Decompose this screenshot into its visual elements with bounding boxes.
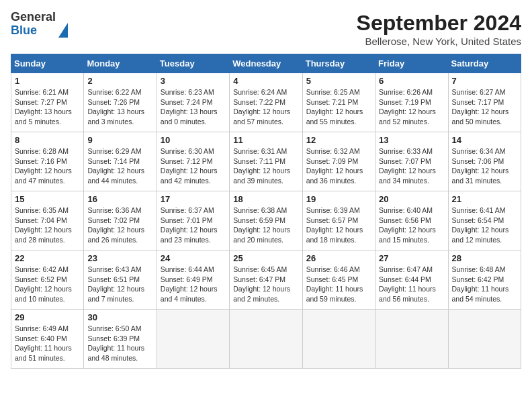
day-info: Sunrise: 6:47 AMSunset: 6:44 PMDaylight:… (379, 265, 444, 304)
calendar-day-cell (157, 310, 229, 369)
calendar-day-cell (230, 310, 302, 369)
logo: General Blue (11, 11, 68, 38)
title-area: September 2024 Bellerose, New York, Unit… (357, 11, 521, 47)
calendar-header-row: SundayMondayTuesdayWednesdayThursdayFrid… (11, 54, 521, 73)
calendar-day-cell: 23Sunrise: 6:43 AMSunset: 6:51 PMDayligh… (84, 250, 157, 310)
day-info: Sunrise: 6:49 AMSunset: 6:40 PMDaylight:… (15, 324, 80, 363)
calendar-day-cell: 6Sunrise: 6:26 AMSunset: 7:19 PMDaylight… (375, 73, 448, 132)
calendar-day-cell: 5Sunrise: 6:25 AMSunset: 7:21 PMDaylight… (302, 73, 375, 132)
day-info: Sunrise: 6:45 AMSunset: 6:47 PMDaylight:… (233, 265, 298, 304)
logo-text: General Blue (11, 11, 56, 38)
day-info: Sunrise: 6:29 AMSunset: 7:14 PMDaylight:… (87, 146, 152, 186)
day-info: Sunrise: 6:44 AMSunset: 6:49 PMDaylight:… (161, 265, 226, 304)
day-number: 20 (379, 194, 444, 204)
logo-triangle-icon (58, 23, 68, 38)
column-header-sunday: Sunday (11, 54, 84, 73)
day-number: 22 (15, 253, 80, 263)
day-number: 7 (452, 76, 517, 86)
day-info: Sunrise: 6:32 AMSunset: 7:09 PMDaylight:… (306, 146, 371, 186)
day-number: 4 (233, 76, 298, 86)
calendar-day-cell: 2Sunrise: 6:22 AMSunset: 7:26 PMDaylight… (84, 73, 157, 132)
day-info: Sunrise: 6:35 AMSunset: 7:04 PMDaylight:… (15, 205, 80, 245)
calendar-day-cell: 13Sunrise: 6:33 AMSunset: 7:07 PMDayligh… (375, 132, 448, 191)
day-info: Sunrise: 6:21 AMSunset: 7:27 PMDaylight:… (15, 87, 80, 127)
day-info: Sunrise: 6:34 AMSunset: 7:06 PMDaylight:… (452, 146, 517, 186)
day-number: 10 (161, 135, 226, 145)
column-header-wednesday: Wednesday (230, 54, 302, 73)
day-info: Sunrise: 6:27 AMSunset: 7:17 PMDaylight:… (452, 87, 517, 127)
page-title: September 2024 (357, 11, 521, 36)
calendar-day-cell: 29Sunrise: 6:49 AMSunset: 6:40 PMDayligh… (11, 310, 84, 369)
day-number: 19 (306, 194, 371, 204)
calendar-week-row: 29Sunrise: 6:49 AMSunset: 6:40 PMDayligh… (11, 310, 521, 369)
day-info: Sunrise: 6:22 AMSunset: 7:26 PMDaylight:… (87, 87, 152, 127)
calendar-week-row: 1Sunrise: 6:21 AMSunset: 7:27 PMDaylight… (11, 73, 521, 132)
day-info: Sunrise: 6:39 AMSunset: 6:57 PMDaylight:… (306, 205, 371, 245)
column-header-monday: Monday (84, 54, 157, 73)
column-header-friday: Friday (375, 54, 448, 73)
day-number: 14 (452, 135, 517, 145)
page-subtitle: Bellerose, New York, United States (357, 36, 521, 47)
day-number: 2 (87, 76, 152, 86)
calendar-day-cell: 12Sunrise: 6:32 AMSunset: 7:09 PMDayligh… (302, 132, 375, 191)
calendar-day-cell (375, 310, 448, 369)
day-info: Sunrise: 6:24 AMSunset: 7:22 PMDaylight:… (233, 87, 298, 127)
calendar-day-cell: 1Sunrise: 6:21 AMSunset: 7:27 PMDaylight… (11, 73, 84, 132)
day-info: Sunrise: 6:48 AMSunset: 6:42 PMDaylight:… (452, 265, 517, 304)
calendar-day-cell: 4Sunrise: 6:24 AMSunset: 7:22 PMDaylight… (230, 73, 302, 132)
day-number: 23 (87, 253, 152, 263)
day-number: 25 (233, 253, 298, 263)
day-number: 13 (379, 135, 444, 145)
calendar-table: SundayMondayTuesdayWednesdayThursdayFrid… (11, 54, 521, 369)
calendar-day-cell (302, 310, 375, 369)
calendar-day-cell: 27Sunrise: 6:47 AMSunset: 6:44 PMDayligh… (375, 250, 448, 310)
day-number: 28 (452, 253, 517, 263)
page-header: General Blue September 2024 Bellerose, N… (11, 11, 521, 47)
logo-line2: Blue (11, 24, 56, 38)
calendar-day-cell: 10Sunrise: 6:30 AMSunset: 7:12 PMDayligh… (157, 132, 229, 191)
calendar-day-cell: 7Sunrise: 6:27 AMSunset: 7:17 PMDaylight… (448, 73, 521, 132)
day-info: Sunrise: 6:38 AMSunset: 6:59 PMDaylight:… (233, 205, 298, 245)
day-number: 1 (15, 76, 80, 86)
calendar-day-cell: 3Sunrise: 6:23 AMSunset: 7:24 PMDaylight… (157, 73, 229, 132)
day-number: 9 (87, 135, 152, 145)
day-info: Sunrise: 6:46 AMSunset: 6:45 PMDaylight:… (306, 265, 371, 304)
column-header-thursday: Thursday (302, 54, 375, 73)
day-info: Sunrise: 6:30 AMSunset: 7:12 PMDaylight:… (161, 146, 226, 186)
day-info: Sunrise: 6:41 AMSunset: 6:54 PMDaylight:… (452, 205, 517, 245)
calendar-day-cell: 19Sunrise: 6:39 AMSunset: 6:57 PMDayligh… (302, 191, 375, 250)
calendar-day-cell (448, 310, 521, 369)
calendar-day-cell: 15Sunrise: 6:35 AMSunset: 7:04 PMDayligh… (11, 191, 84, 250)
day-number: 26 (306, 253, 371, 263)
day-info: Sunrise: 6:36 AMSunset: 7:02 PMDaylight:… (87, 205, 152, 245)
calendar-week-row: 15Sunrise: 6:35 AMSunset: 7:04 PMDayligh… (11, 191, 521, 250)
day-number: 15 (15, 194, 80, 204)
day-number: 21 (452, 194, 517, 204)
day-info: Sunrise: 6:23 AMSunset: 7:24 PMDaylight:… (161, 87, 226, 127)
day-info: Sunrise: 6:33 AMSunset: 7:07 PMDaylight:… (379, 146, 444, 186)
calendar-day-cell: 18Sunrise: 6:38 AMSunset: 6:59 PMDayligh… (230, 191, 302, 250)
day-info: Sunrise: 6:25 AMSunset: 7:21 PMDaylight:… (306, 87, 371, 127)
day-number: 16 (87, 194, 152, 204)
day-number: 6 (379, 76, 444, 86)
calendar-week-row: 22Sunrise: 6:42 AMSunset: 6:52 PMDayligh… (11, 250, 521, 310)
day-number: 8 (15, 135, 80, 145)
day-info: Sunrise: 6:50 AMSunset: 6:39 PMDaylight:… (87, 324, 152, 363)
logo-line1: General (11, 11, 56, 24)
calendar-day-cell: 11Sunrise: 6:31 AMSunset: 7:11 PMDayligh… (230, 132, 302, 191)
day-number: 29 (15, 312, 80, 322)
day-info: Sunrise: 6:37 AMSunset: 7:01 PMDaylight:… (161, 205, 226, 245)
day-number: 18 (233, 194, 298, 204)
calendar-day-cell: 25Sunrise: 6:45 AMSunset: 6:47 PMDayligh… (230, 250, 302, 310)
calendar-day-cell: 26Sunrise: 6:46 AMSunset: 6:45 PMDayligh… (302, 250, 375, 310)
calendar-day-cell: 16Sunrise: 6:36 AMSunset: 7:02 PMDayligh… (84, 191, 157, 250)
calendar-day-cell: 24Sunrise: 6:44 AMSunset: 6:49 PMDayligh… (157, 250, 229, 310)
day-info: Sunrise: 6:26 AMSunset: 7:19 PMDaylight:… (379, 87, 444, 127)
calendar-day-cell: 30Sunrise: 6:50 AMSunset: 6:39 PMDayligh… (84, 310, 157, 369)
day-number: 27 (379, 253, 444, 263)
calendar-day-cell: 28Sunrise: 6:48 AMSunset: 6:42 PMDayligh… (448, 250, 521, 310)
calendar-day-cell: 17Sunrise: 6:37 AMSunset: 7:01 PMDayligh… (157, 191, 229, 250)
day-number: 5 (306, 76, 371, 86)
day-number: 24 (161, 253, 226, 263)
calendar-day-cell: 9Sunrise: 6:29 AMSunset: 7:14 PMDaylight… (84, 132, 157, 191)
